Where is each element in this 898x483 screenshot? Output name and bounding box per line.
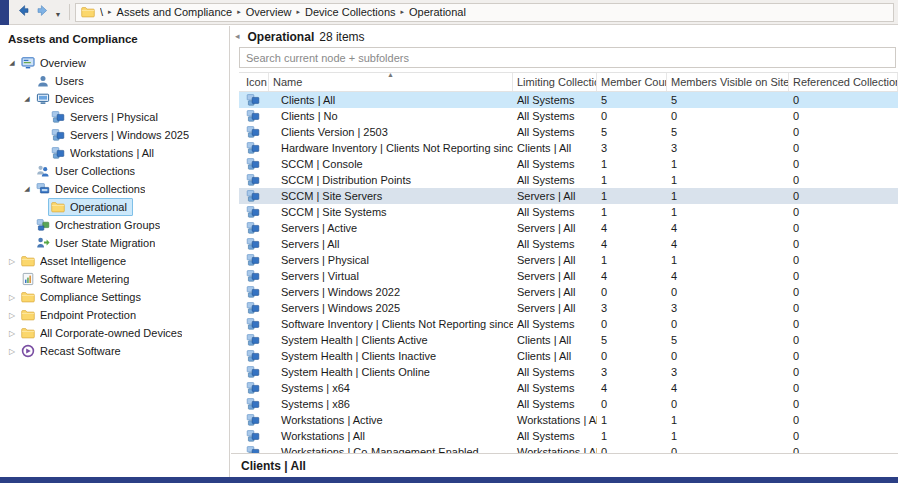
metering-icon [21,272,35,286]
expand-node-icon[interactable]: ▷ [6,329,18,338]
table-row[interactable]: Workstations | AllAll Systems110 [239,428,898,444]
table-row[interactable]: Workstations | ActiveWorkstations | All1… [239,412,898,428]
column-header-limiting-collection[interactable]: Limiting Collection [513,73,597,91]
table-row[interactable]: Systems | x64All Systems440 [239,380,898,396]
cell-limiting-collection: All Systems [513,318,597,330]
collapse-node-icon[interactable]: ◢ [6,59,18,67]
sidebar-item-operational[interactable]: Operational [0,198,229,216]
column-header-members-visible-on-site[interactable]: Members Visible on Site [667,73,789,91]
cell-members-visible: 5 [667,94,789,106]
table-row[interactable]: Servers | Windows 2022Servers | All000 [239,284,898,300]
sidebar-item-all-corporate-owned-devices[interactable]: ▷All Corporate-owned Devices [0,324,229,342]
column-header-name[interactable]: Name▲ [269,73,513,91]
sidebar-item-label: Endpoint Protection [40,309,136,321]
cell-members-visible: 0 [667,446,789,453]
search-input[interactable] [240,52,895,64]
expand-node-icon[interactable]: ▷ [6,347,18,356]
sidebar-item-user-collections[interactable]: User Collections [0,162,229,180]
cell-referenced-collection: 0 [789,190,898,202]
column-header-referenced-collection[interactable]: Referenced Collection [789,73,898,91]
cell-referenced-collection: 0 [789,270,898,282]
table-row[interactable]: SCCM | Distribution PointsAll Systems110 [239,172,898,188]
cell-members-visible: 1 [667,414,789,426]
cell-member-count: 0 [597,286,667,298]
collapse-pane-icon[interactable]: ◂ [235,32,240,41]
breadcrumb-item-operational[interactable]: Operational [409,6,466,18]
breadcrumb-separator-icon: ▸ [297,8,301,16]
collection-icon [239,141,269,155]
expand-node-icon[interactable]: ▷ [6,311,18,320]
sidebar-item-device-collections[interactable]: ◢Device Collections [0,180,229,198]
sidebar-item-servers-physical[interactable]: Servers | Physical [0,108,229,126]
cell-name: Clients Version | 2503 [269,126,513,138]
cell-members-visible: 3 [667,142,789,154]
collection-icon [239,125,269,139]
table-row[interactable]: Clients | AllAll Systems550 [239,92,898,108]
sidebar-item-software-metering[interactable]: Software Metering [0,270,229,288]
cell-member-count: 1 [597,174,667,186]
expand-node-icon[interactable]: ▷ [6,293,18,302]
history-dropdown-button[interactable]: ▼ [52,2,64,22]
sidebar-item-endpoint-protection[interactable]: ▷Endpoint Protection [0,306,229,324]
collection-icon [239,381,269,395]
sidebar-item-label: Overview [40,57,86,69]
sidebar-item-devices[interactable]: ◢Devices [0,90,229,108]
column-header-member-count[interactable]: Member Count [597,73,667,91]
back-button[interactable] [14,2,32,22]
table-row[interactable]: Workstations | Co-Management EnabledWork… [239,444,898,453]
table-row[interactable]: SCCM | Site ServersServers | All110 [239,188,898,204]
table-row[interactable]: Servers | VirtualServers | All440 [239,268,898,284]
expand-node-icon[interactable]: ▷ [6,257,18,266]
sidebar-item-orchestration-groups[interactable]: Orchestration Groups [0,216,229,234]
cell-name: Servers | Virtual [269,270,513,282]
collapse-node-icon[interactable]: ◢ [21,95,33,103]
breadcrumb-item-assets-and-compliance[interactable]: Assets and Compliance [117,6,233,18]
table-row[interactable]: SCCM | Site SystemsAll Systems110 [239,204,898,220]
breadcrumb-item-device-collections[interactable]: Device Collections [305,6,395,18]
forward-button[interactable] [33,2,51,22]
address-bar[interactable]: \▸Assets and Compliance▸Overview▸Device … [75,3,894,22]
table-row[interactable]: System Health | Clients ActiveClients | … [239,332,898,348]
table-row[interactable]: Systems | x86All Systems000 [239,396,898,412]
table-row[interactable]: Clients | NoAll Systems000 [239,108,898,124]
cell-members-visible: 1 [667,190,789,202]
detail-panel-header: Clients | All [231,453,898,477]
cell-member-count: 5 [597,126,667,138]
table-row[interactable]: Servers | ActiveServers | All440 [239,220,898,236]
cell-name: SCCM | Site Servers [269,190,513,202]
cell-member-count: 0 [597,446,667,453]
sidebar-item-servers-windows-2025[interactable]: Servers | Windows 2025 [0,126,229,144]
sidebar-item-asset-intelligence[interactable]: ▷Asset Intelligence [0,252,229,270]
table-row[interactable]: Servers | Windows 2025Servers | All330 [239,300,898,316]
sidebar-item-label: Recast Software [40,345,121,357]
table-row[interactable]: Hardware Inventory | Clients Not Reporti… [239,140,898,156]
sidebar-item-user-state-migration[interactable]: User State Migration [0,234,229,252]
cell-limiting-collection: All Systems [513,126,597,138]
collapse-node-icon[interactable]: ◢ [21,185,33,193]
cell-member-count: 0 [597,350,667,362]
cell-limiting-collection: Servers | All [513,270,597,282]
table-row[interactable]: System Health | Clients InactiveClients … [239,348,898,364]
cell-referenced-collection: 0 [789,302,898,314]
sidebar-item-compliance-settings[interactable]: ▷Compliance Settings [0,288,229,306]
item-count: 28 items [319,30,364,44]
folder-icon [21,254,35,268]
cell-referenced-collection: 0 [789,126,898,138]
cell-members-visible: 4 [667,270,789,282]
table-row[interactable]: Servers | PhysicalServers | All110 [239,252,898,268]
breadcrumb-item-root[interactable]: \ [100,6,103,18]
table-row[interactable]: Servers | AllAll Systems440 [239,236,898,252]
sidebar-item-overview[interactable]: ◢Overview [0,54,229,72]
sidebar-item-workstations-all[interactable]: Workstations | All [0,144,229,162]
table-row[interactable]: Software Inventory | Clients Not Reporti… [239,316,898,332]
sidebar-item-recast-software[interactable]: ▷Recast Software [0,342,229,360]
breadcrumb-item-overview[interactable]: Overview [246,6,292,18]
folder-icon [81,6,95,18]
cell-limiting-collection: All Systems [513,206,597,218]
table-row[interactable]: System Health | Clients OnlineAll System… [239,364,898,380]
table-row[interactable]: SCCM | ConsoleAll Systems110 [239,156,898,172]
sidebar-item-users[interactable]: Users [0,72,229,90]
cell-limiting-collection: All Systems [513,398,597,410]
table-row[interactable]: Clients Version | 2503All Systems550 [239,124,898,140]
column-header-icon[interactable]: Icon [239,73,269,91]
